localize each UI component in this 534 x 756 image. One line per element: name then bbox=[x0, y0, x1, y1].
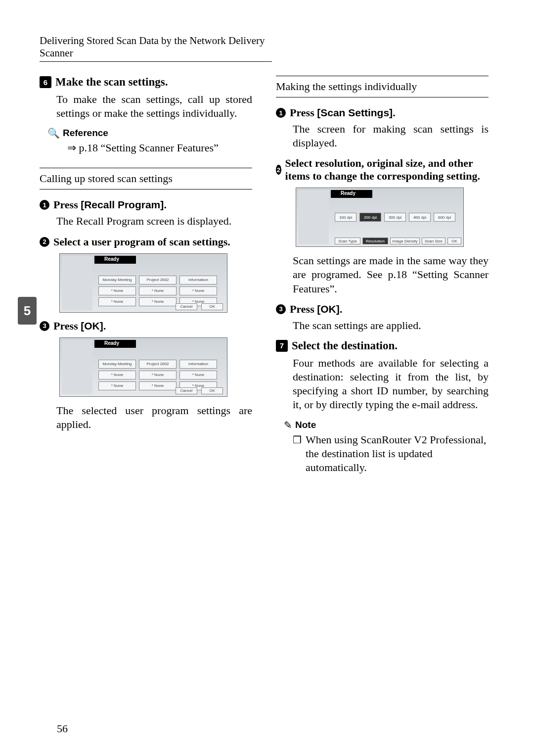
scan-tab[interactable]: Scan Size bbox=[422, 237, 445, 244]
sub-3-title-bold: [OK]. bbox=[81, 320, 106, 331]
dpi-option[interactable]: 300 dpi bbox=[384, 213, 406, 222]
recall-item[interactable]: Project 2002 bbox=[139, 360, 177, 369]
dpi-option[interactable]: 100 dpi bbox=[335, 213, 356, 222]
r-sub-3-title-bold: [OK]. bbox=[317, 303, 342, 315]
reference-body: ⇒ p.18 “Setting Scanner Features” bbox=[67, 141, 252, 155]
sub-3-badge: 3 bbox=[40, 321, 49, 331]
ok-button[interactable]: OK bbox=[201, 303, 223, 310]
r-sub-2-body: Scan settings are made in the same way t… bbox=[293, 254, 489, 295]
scan-tab[interactable]: Scan Type bbox=[335, 237, 360, 244]
cancel-button[interactable]: Cancel bbox=[176, 303, 197, 310]
sub-3-body: The selected user program settings are a… bbox=[56, 404, 252, 431]
recall-program-screenshot-1: Monday Meeting Project 2002 Information … bbox=[59, 253, 227, 313]
step-6-body: To make the scan settings, call up store… bbox=[56, 93, 252, 120]
bullet-icon: ❒ bbox=[293, 433, 302, 474]
sub-3-title-pre: Press bbox=[53, 320, 81, 332]
right-column: Making the settings individually 1 Press… bbox=[276, 76, 489, 474]
recall-item[interactable]: Project 2002 bbox=[139, 276, 177, 284]
r-sub-3-badge: 3 bbox=[276, 304, 286, 314]
sub-2-badge: 2 bbox=[40, 237, 49, 247]
recall-item[interactable]: * None bbox=[98, 371, 136, 379]
recall-item[interactable]: * None bbox=[98, 297, 136, 306]
reference-label: Reference bbox=[63, 128, 108, 139]
recall-item[interactable]: * None bbox=[98, 381, 136, 390]
subheading-left: Calling up stored scan settings bbox=[40, 168, 252, 189]
step-6-title: Make the scan settings. bbox=[55, 76, 168, 89]
dpi-option[interactable]: 400 dpi bbox=[409, 213, 431, 222]
r-sub-1-body: The screen for making scan settings is d… bbox=[293, 122, 489, 150]
dpi-option[interactable]: 200 dpi bbox=[359, 213, 381, 222]
note-label: Note bbox=[295, 420, 316, 430]
r-sub-2-title: Select resolution, original size, and ot… bbox=[285, 157, 489, 183]
r-sub-2-badge: 2 bbox=[276, 165, 281, 175]
recall-item[interactable]: Information bbox=[179, 276, 217, 284]
subheading-right: Making the settings individually bbox=[276, 76, 489, 97]
page-number: 56 bbox=[57, 722, 68, 735]
step-7-title: Select the destination. bbox=[292, 339, 398, 352]
recall-item[interactable]: * None bbox=[98, 286, 136, 295]
recall-program-screenshot-2: Monday Meeting Project 2002 Information … bbox=[59, 337, 227, 397]
step-6-badge: 6 bbox=[40, 76, 51, 88]
section-header: Delivering Stored Scan Data by the Netwo… bbox=[40, 35, 272, 62]
r-sub-1-title-bold: [Scan Settings]. bbox=[317, 107, 396, 118]
recall-item[interactable]: * None bbox=[179, 371, 217, 379]
ok-button[interactable]: OK bbox=[447, 237, 461, 244]
scan-tab[interactable]: Resolution bbox=[362, 237, 388, 244]
sub-1-badge: 1 bbox=[40, 200, 49, 210]
reference-icon: 🔍 bbox=[47, 127, 60, 139]
recall-item[interactable]: Monday Meeting bbox=[98, 276, 136, 284]
cancel-button[interactable]: Cancel bbox=[176, 387, 197, 394]
r-sub-1-title-pre: Press bbox=[290, 106, 317, 119]
sub-2-title: Select a user program of scan settings. bbox=[53, 236, 230, 248]
step-7-badge: 7 bbox=[276, 340, 288, 352]
chapter-tab: 5 bbox=[18, 297, 37, 325]
recall-item[interactable]: * None bbox=[139, 286, 177, 295]
sub-1-body: The Recall Program screen is displayed. bbox=[56, 214, 252, 228]
sub-1-title-bold: [Recall Program]. bbox=[81, 199, 167, 210]
recall-item[interactable]: Information bbox=[179, 360, 217, 369]
r-sub-3-body: The scan settings are applied. bbox=[293, 319, 489, 332]
recall-item[interactable]: * None bbox=[139, 371, 177, 379]
recall-item[interactable]: * None bbox=[179, 286, 217, 295]
recall-item[interactable]: * None bbox=[139, 381, 177, 390]
r-sub-3-title-pre: Press bbox=[290, 303, 317, 315]
recall-item[interactable]: Monday Meeting bbox=[98, 360, 136, 369]
ok-button[interactable]: OK bbox=[201, 387, 223, 394]
r-sub-1-badge: 1 bbox=[276, 108, 286, 118]
left-column: 6 Make the scan settings. To make the sc… bbox=[40, 76, 252, 474]
scan-tab[interactable]: Image Density bbox=[390, 237, 420, 244]
recall-item[interactable]: * None bbox=[139, 297, 177, 306]
sub-1-title-pre: Press bbox=[53, 198, 81, 211]
scan-settings-screenshot: 100 dpi 200 dpi 300 dpi 400 dpi 600 dpi … bbox=[296, 188, 464, 247]
step-7-body: Four methods are available for selecting… bbox=[293, 356, 489, 412]
note-icon: ✎ bbox=[284, 419, 292, 431]
dpi-option[interactable]: 600 dpi bbox=[434, 213, 455, 222]
note-body: When using ScanRouter V2 Professional, t… bbox=[306, 433, 489, 474]
